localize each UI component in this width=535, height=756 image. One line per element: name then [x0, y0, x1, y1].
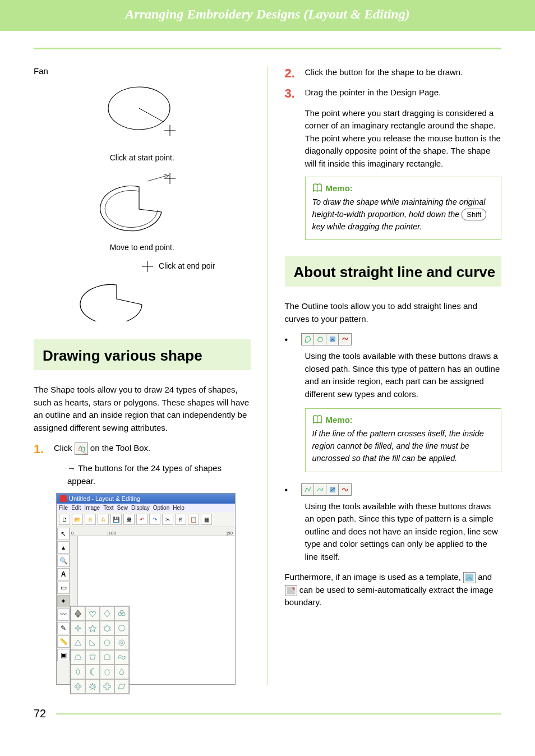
- bullet-closed: •: [285, 335, 288, 345]
- toolbar-more-icon[interactable]: ▦: [201, 514, 212, 525]
- toolbar-open-icon[interactable]: 📂: [72, 514, 83, 525]
- shape-flower-icon[interactable]: [71, 679, 85, 694]
- step2-text: Click the button for the shape to be dra…: [305, 66, 502, 79]
- toolbar-undo-icon[interactable]: ↶: [136, 514, 147, 525]
- menu-display[interactable]: Display: [131, 505, 150, 511]
- svg-point-15: [121, 642, 123, 644]
- bullet-open: •: [285, 486, 288, 496]
- ruler-horizontal: 0 |100 |50: [70, 527, 235, 536]
- punch-tool-icon[interactable]: ✎: [57, 622, 70, 634]
- step1-pre: Click: [54, 443, 75, 453]
- svg-line-1: [139, 108, 164, 122]
- heading-shapes: Drawing various shape: [34, 339, 251, 370]
- menu-image[interactable]: Image: [84, 505, 100, 511]
- measure-tool-icon[interactable]: 📏: [57, 635, 70, 648]
- app-screenshot: Untitled - Layout & Editing File Edit Im…: [56, 493, 236, 685]
- shape-tool-icon[interactable]: ✦: [57, 595, 70, 607]
- shape-hexagon-icon[interactable]: [114, 621, 129, 635]
- template-closed-icon: [463, 572, 476, 583]
- shape-star5-icon[interactable]: [85, 621, 100, 635]
- menu-option[interactable]: Option: [153, 505, 169, 511]
- heading-shapes-text: Drawing various shape: [43, 347, 246, 365]
- stamp-tool-icon[interactable]: ▣: [57, 649, 70, 661]
- svg-point-18: [79, 685, 81, 688]
- toolbar-cut-icon[interactable]: ✂: [162, 514, 173, 525]
- step-3: 3. Drag the pointer in the Design Page. …: [285, 86, 502, 170]
- closed-poly-icon[interactable]: [302, 334, 314, 345]
- template-open-icon: [285, 585, 297, 596]
- toolbar: 🗋 📂 ⎘ ⎙ 💾 🖶 ↶ ↷ ✂ ⎘ 📋 ▦: [57, 512, 235, 527]
- menu-file[interactable]: File: [59, 505, 68, 511]
- shape-trapezoid-icon[interactable]: [71, 650, 85, 665]
- toolbar-copy-icon[interactable]: ⎘: [175, 514, 186, 525]
- closed-free-icon[interactable]: [339, 334, 351, 345]
- toolbar-print-icon[interactable]: 🖶: [123, 514, 135, 525]
- shape-moon-icon[interactable]: [85, 665, 100, 679]
- pointer-tool-icon[interactable]: ↖: [57, 528, 70, 540]
- memo2-head: Memo:: [326, 415, 353, 425]
- figure-fan-start: [34, 80, 251, 150]
- shape-right-tri-icon[interactable]: [85, 635, 100, 650]
- shape-parallelogram-icon[interactable]: [114, 679, 129, 694]
- menu-sew[interactable]: Sew: [117, 505, 128, 511]
- shape-star4-icon[interactable]: [71, 621, 85, 635]
- top-rule: [34, 48, 501, 49]
- shape-ring-icon[interactable]: [114, 635, 129, 650]
- column-divider: [268, 66, 268, 685]
- closed-auto-icon[interactable]: [326, 334, 339, 345]
- open-auto-icon[interactable]: [326, 484, 339, 495]
- shape-leaf-icon[interactable]: [71, 665, 85, 679]
- memo-box-2: Memo: If the line of the pattern crosses…: [305, 408, 502, 472]
- shape-triangle-icon[interactable]: [71, 635, 85, 650]
- toolbar-export-icon[interactable]: ⎙: [98, 514, 109, 525]
- page-footer: 72: [34, 707, 501, 720]
- open-curve-icon[interactable]: [314, 484, 326, 495]
- shape-club-icon[interactable]: [114, 606, 129, 621]
- svg-point-20: [75, 685, 77, 688]
- menu-edit[interactable]: Edit: [71, 505, 81, 511]
- shape-star6-icon[interactable]: [100, 621, 114, 635]
- shape-cup-icon[interactable]: [85, 650, 100, 665]
- toolbar-save-icon[interactable]: 💾: [110, 514, 122, 525]
- shape-heart-icon[interactable]: [85, 606, 100, 621]
- rect-tool-icon[interactable]: ▭: [57, 582, 70, 594]
- tool-sidebar: ↖ ▴ 🔍 A ▭ ✦ 〰 ✎ 📏 ▣: [57, 527, 70, 684]
- book-icon: [312, 414, 322, 425]
- text-tool-icon[interactable]: A: [57, 568, 70, 580]
- shape-arch-icon[interactable]: [100, 650, 114, 665]
- closed-path-buttons: [301, 333, 352, 345]
- closed-para: Using the tools available with these but…: [305, 350, 502, 400]
- shape-egg-icon[interactable]: [100, 665, 114, 679]
- open-free-icon[interactable]: [339, 484, 351, 495]
- outline-tool-icon[interactable]: 〰: [57, 609, 70, 621]
- open-poly-icon[interactable]: [302, 484, 314, 495]
- chapter-banner: Arranging Embroidery Designs (Layout & E…: [0, 0, 535, 31]
- closed-curve-icon[interactable]: [314, 334, 326, 345]
- toolbar-paste-icon[interactable]: 📋: [188, 514, 199, 525]
- shape-wave-icon[interactable]: [114, 650, 129, 665]
- shape-circle-icon[interactable]: [100, 635, 114, 650]
- shape-diamond-icon[interactable]: [100, 606, 114, 621]
- svg-point-12: [122, 612, 125, 616]
- menu-text[interactable]: Text: [103, 505, 113, 511]
- shape-cross-icon[interactable]: [100, 679, 114, 694]
- svg-point-10: [120, 610, 123, 614]
- figure-fan-end: Click at end point.: [34, 260, 251, 324]
- shape-spade-icon[interactable]: [71, 606, 85, 621]
- toolbar-redo-icon[interactable]: ↷: [149, 514, 160, 525]
- svg-point-19: [77, 688, 79, 690]
- shape-drop-icon[interactable]: [114, 665, 129, 679]
- step3-detail: The point where you start dragging is co…: [305, 107, 502, 170]
- shape-burst-icon[interactable]: [85, 679, 100, 694]
- template-para: Furthermore, if an image is used as a te…: [285, 571, 502, 609]
- svg-point-11: [118, 612, 122, 616]
- toolbar-new-icon[interactable]: 🗋: [59, 514, 70, 525]
- svg-text:Click at end point.: Click at end point.: [159, 261, 215, 270]
- zoom-tool-icon[interactable]: 🔍: [57, 555, 70, 567]
- menu-help[interactable]: Help: [173, 505, 185, 511]
- caption-start: Click at start point.: [34, 153, 251, 162]
- step-number-2: 2.: [285, 66, 298, 81]
- toolbar-import-icon[interactable]: ⎘: [85, 514, 96, 525]
- step-number-3: 3.: [285, 86, 298, 101]
- node-tool-icon[interactable]: ▴: [57, 541, 70, 554]
